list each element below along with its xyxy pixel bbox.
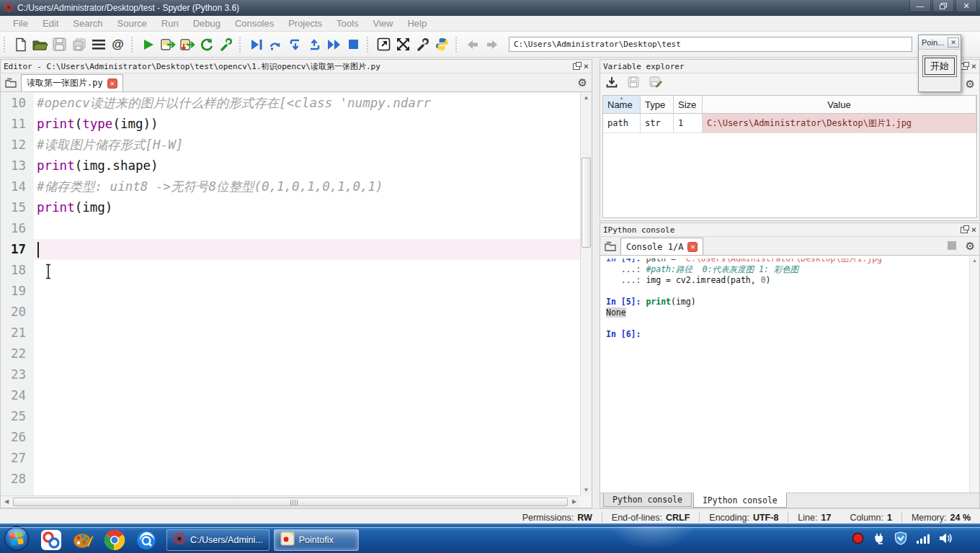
run-cell-advance-icon[interactable] xyxy=(177,35,197,54)
tab-close-icon[interactable]: ✕ xyxy=(107,78,117,89)
sunlogin-icon[interactable] xyxy=(35,529,67,552)
code-line-21[interactable] xyxy=(34,323,580,343)
record-dot-icon[interactable] xyxy=(852,532,864,547)
import-data-icon[interactable] xyxy=(606,76,618,91)
back-icon[interactable] xyxy=(463,35,482,54)
chrome-icon[interactable] xyxy=(99,529,130,552)
undock-icon[interactable] xyxy=(573,63,580,70)
code-line-13[interactable]: print(img.shape) xyxy=(34,156,580,176)
tools-icon[interactable] xyxy=(413,35,432,54)
save-file-icon[interactable] xyxy=(50,35,69,54)
code-line-10[interactable]: #opencv读进来的图片以什么样的形式存在[<class 'numpy.nda… xyxy=(34,93,580,114)
code-line-24[interactable] xyxy=(34,385,580,406)
fullscreen-icon[interactable] xyxy=(393,35,413,54)
scroll-left-icon[interactable]: ◀ xyxy=(1,497,12,507)
table-cell[interactable]: path xyxy=(603,114,641,132)
step-return-icon[interactable] xyxy=(305,35,324,54)
open-file-icon[interactable] xyxy=(30,35,50,54)
column-header-value[interactable]: Value xyxy=(703,96,976,113)
bottom-tab-python-console[interactable]: Python console xyxy=(603,493,692,507)
close-pane-icon[interactable]: × xyxy=(971,225,976,234)
console-output[interactable]: In [4]: path = "C:\Users\Administrator\D… xyxy=(600,256,979,493)
qbrowser-icon[interactable] xyxy=(130,529,162,552)
start-button[interactable] xyxy=(4,526,30,553)
code-line-11[interactable]: print(type(img)) xyxy=(34,114,580,135)
scroll-up-icon[interactable]: ▲ xyxy=(972,258,977,263)
code-line-17[interactable] xyxy=(34,239,580,260)
save-data-as-icon[interactable] xyxy=(649,76,662,91)
tab-close-icon[interactable]: ✕ xyxy=(687,242,698,252)
taskbar-button-spyder[interactable]: C:/Users/Admini... xyxy=(166,529,270,551)
code-line-16[interactable] xyxy=(34,218,580,239)
undock-icon[interactable] xyxy=(961,63,968,70)
step-into-icon[interactable] xyxy=(285,35,305,54)
menu-run[interactable]: Run xyxy=(154,18,186,29)
close-pane-icon[interactable]: × xyxy=(584,62,589,71)
python-interpreter-icon[interactable] xyxy=(432,35,452,54)
undock-icon[interactable] xyxy=(961,227,968,233)
code-line-20[interactable] xyxy=(34,302,580,323)
debug-file-icon[interactable] xyxy=(246,35,266,54)
code-line-14[interactable]: #储存类型: uint8 ->无符号8位整型(0,1,0,1,0,1,0,1) xyxy=(34,176,580,197)
table-cell[interactable]: C:\Users\Administrator\Desktop\图片1.jpg xyxy=(703,114,976,132)
rerun-cell-icon[interactable] xyxy=(197,35,216,54)
menu-help[interactable]: Help xyxy=(400,18,434,29)
browse-tabs-icon[interactable] xyxy=(4,76,18,90)
close-pane-icon[interactable]: × xyxy=(971,62,976,71)
maximize-pane-icon[interactable] xyxy=(374,35,393,54)
console-tab[interactable]: Console 1/A ✕ xyxy=(620,238,703,255)
menu-consoles[interactable]: Consoles xyxy=(228,18,281,29)
close-button[interactable]: ✕ xyxy=(956,0,977,12)
editor-options-icon[interactable]: ⚙ xyxy=(578,77,587,88)
editor-vertical-scrollbar[interactable]: ▲ ▼ xyxy=(580,93,592,495)
column-header-name[interactable]: ▲Name xyxy=(603,96,641,113)
minimize-button[interactable]: — xyxy=(909,0,931,12)
menu-projects[interactable]: Projects xyxy=(281,18,329,29)
configure-icon[interactable] xyxy=(216,35,236,54)
table-cell[interactable]: str xyxy=(641,114,674,132)
code-line-12[interactable]: #读取图片储存形式[H-W] xyxy=(34,135,580,156)
code-line-18[interactable] xyxy=(34,260,580,281)
code-line-25[interactable] xyxy=(34,406,580,427)
code-line-19[interactable] xyxy=(34,281,580,302)
new-file-icon[interactable] xyxy=(11,35,30,54)
console-options-icon[interactable]: ⚙ xyxy=(966,240,975,251)
power-plug-icon[interactable] xyxy=(873,532,886,548)
menu-tools[interactable]: Tools xyxy=(329,18,365,29)
title-bar[interactable]: C:/Users/Administrator/Desktop/test - Sp… xyxy=(0,0,980,16)
taskbar-button-pointofix[interactable]: Pointofix xyxy=(274,529,359,551)
menu-debug[interactable]: Debug xyxy=(186,18,228,29)
pointofix-titlebar[interactable]: Poin... ✕ xyxy=(919,35,961,50)
editor-file-tab[interactable]: 读取第一张图片.py ✕ xyxy=(21,74,123,91)
editor-header[interactable]: Editor - C:\Users\Administrator\Desktop\… xyxy=(1,60,592,73)
column-header-size[interactable]: Size xyxy=(674,96,703,113)
file-switcher-icon[interactable] xyxy=(89,35,108,54)
scroll-down-icon[interactable]: ▼ xyxy=(581,485,592,495)
bottom-tab-ipython-console[interactable]: IPython console xyxy=(693,493,787,508)
code-line-15[interactable]: print(img) xyxy=(34,197,580,218)
forward-icon[interactable] xyxy=(482,35,502,54)
code-content[interactable]: #opencv读进来的图片以什么样的形式存在[<class 'numpy.nda… xyxy=(34,93,580,495)
step-over-icon[interactable] xyxy=(266,35,285,54)
menu-search[interactable]: Search xyxy=(66,18,110,29)
scrollbar-thumb[interactable] xyxy=(13,498,568,506)
code-area[interactable]: 10111213141516171819202122232425262728 #… xyxy=(1,93,580,495)
pointofix-close-icon[interactable]: ✕ xyxy=(948,37,959,48)
variable-explorer-options-icon[interactable]: ⚙ xyxy=(966,78,975,89)
ipython-console-header[interactable]: IPython console × xyxy=(600,223,979,237)
symbol-finder-icon[interactable]: @ xyxy=(108,35,128,54)
stop-debugging-icon[interactable] xyxy=(344,35,363,54)
code-line-26[interactable] xyxy=(34,427,580,448)
continue-execution-icon[interactable] xyxy=(324,35,344,54)
code-line-23[interactable] xyxy=(34,364,580,385)
console-scrollbar[interactable]: ▲ xyxy=(969,256,979,493)
network-signal-icon[interactable] xyxy=(916,533,930,547)
column-header-type[interactable]: Type xyxy=(641,96,674,113)
code-line-28[interactable] xyxy=(34,469,580,490)
browse-tabs-icon[interactable] xyxy=(603,239,618,253)
variable-table-header[interactable]: ▲NameTypeSizeValue xyxy=(603,96,976,114)
paint-icon[interactable] xyxy=(67,529,99,552)
table-cell[interactable]: 1 xyxy=(674,114,703,132)
editor-horizontal-scrollbar[interactable]: ◀ ▶ xyxy=(1,495,580,508)
code-line-27[interactable] xyxy=(34,448,580,469)
